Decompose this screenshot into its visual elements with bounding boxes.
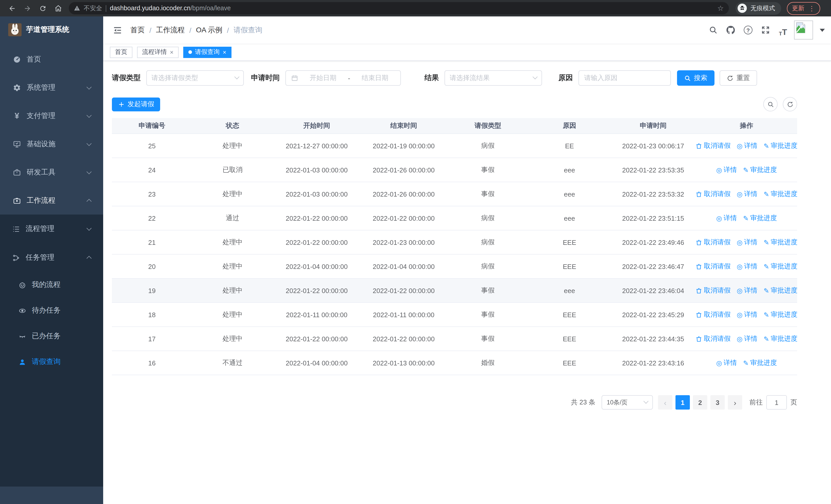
sidebar-item-home[interactable]: 首页 (0, 45, 103, 73)
help-icon[interactable]: ? (742, 24, 754, 36)
sidebar-item-infra[interactable]: 基础设施 (0, 130, 103, 158)
approval-progress-link[interactable]: ✎审批进度 (764, 310, 797, 319)
approval-progress-link[interactable]: ✎审批进度 (764, 262, 797, 271)
refresh-icon (727, 75, 734, 81)
breadcrumb-item[interactable]: OA 示例 (196, 25, 223, 35)
sidebar-item-system[interactable]: 系统管理 (0, 73, 103, 101)
detail-link[interactable]: ◎详情 (716, 213, 737, 223)
sidebar-item-label: 首页 (27, 55, 41, 64)
tags-view-bar: 首页 流程详情× 请假查询× (103, 43, 831, 61)
total-count: 共 23 条 (571, 398, 595, 407)
bookmark-star-icon[interactable]: ☆ (717, 5, 724, 12)
avatar[interactable] (794, 21, 813, 39)
sidebar-item-todo-tasks[interactable]: 待办任务 (0, 298, 103, 323)
tab-process-detail[interactable]: 流程详情× (137, 47, 179, 58)
url-bar[interactable]: 不安全 dashboard.yudao.iocoder.cn/bpm/oa/le… (69, 2, 729, 14)
detail-link[interactable]: ◎详情 (737, 141, 757, 150)
browser-update-button[interactable]: 更新 ⋮ (787, 2, 820, 14)
cell-actions: 取消请假 ◎详情 ✎审批进度 (696, 141, 797, 150)
sidebar-item-devtools[interactable]: 研发工具 (0, 158, 103, 186)
action-label: 审批进度 (771, 141, 797, 150)
cancel-leave-link[interactable]: 取消请假 (696, 189, 730, 199)
approval-progress-link[interactable]: ✎审批进度 (764, 141, 797, 150)
button-label: 重置 (737, 73, 750, 83)
cell-start: 2022-01-11 00:00:00 (273, 311, 360, 319)
sidebar-item-payment[interactable]: ¥ 支付管理 (0, 101, 103, 130)
detail-link[interactable]: ◎详情 (716, 358, 737, 367)
cancel-leave-link[interactable]: 取消请假 (696, 141, 730, 150)
font-size-icon[interactable]: TT (777, 24, 790, 36)
github-icon[interactable] (724, 24, 737, 36)
sidebar-item-process-mgmt[interactable]: 流程管理 (0, 214, 103, 243)
close-icon[interactable]: × (170, 49, 173, 55)
page-button-3[interactable]: 3 (710, 395, 725, 410)
close-icon[interactable]: × (223, 49, 226, 55)
sidebar-item-leave-query[interactable]: 请假查询 (0, 349, 103, 375)
refresh-list-button[interactable] (783, 97, 797, 111)
cancel-leave-link[interactable]: 取消请假 (696, 262, 730, 271)
logo-rabbit-image (8, 23, 22, 36)
detail-link[interactable]: ◎详情 (716, 165, 737, 175)
breadcrumb-item[interactable]: 首页 (131, 25, 145, 35)
approval-progress-link[interactable]: ✎审批进度 (764, 286, 797, 295)
approval-progress-link[interactable]: ✎审批进度 (764, 238, 797, 247)
approval-progress-link[interactable]: ✎审批进度 (743, 165, 777, 175)
apply-time-range-picker[interactable]: 开始日期 - 结束日期 (285, 70, 401, 86)
breadcrumb-item[interactable]: 工作流程 (156, 25, 185, 35)
page-button-1[interactable]: 1 (676, 395, 690, 410)
caret-down-icon[interactable] (820, 28, 825, 32)
reason-input[interactable]: 请输入原因 (578, 70, 671, 86)
approval-progress-link[interactable]: ✎审批进度 (743, 213, 777, 223)
trash-icon (696, 142, 703, 149)
reload-icon[interactable] (36, 2, 49, 15)
home-icon[interactable] (51, 2, 65, 15)
cell-reason: EEE (529, 359, 610, 367)
tab-label: 流程详情 (142, 48, 167, 56)
detail-link[interactable]: ◎详情 (737, 334, 757, 343)
show-search-button[interactable] (763, 97, 778, 111)
approval-progress-link[interactable]: ✎审批进度 (764, 334, 797, 343)
page-size-value: 10条/页 (607, 398, 628, 407)
cancel-leave-link[interactable]: 取消请假 (696, 286, 730, 295)
cancel-leave-link[interactable]: 取消请假 (696, 334, 730, 343)
sidebar-item-workflow[interactable]: 工作流程 (0, 186, 103, 214)
prev-page-button[interactable]: ‹ (658, 395, 672, 410)
action-label: 取消请假 (704, 262, 730, 271)
search-icon[interactable] (707, 24, 720, 36)
result-select[interactable]: 请选择流结果 (445, 70, 542, 86)
approval-progress-link[interactable]: ✎审批进度 (764, 189, 797, 199)
search-button[interactable]: 搜索 (677, 70, 715, 86)
page-button-2[interactable]: 2 (693, 395, 707, 410)
fullscreen-icon[interactable] (759, 24, 772, 36)
url-divider (106, 5, 106, 11)
cell-status: 处理中 (192, 310, 273, 319)
action-label: 审批进度 (771, 238, 797, 247)
forward-icon[interactable] (21, 2, 34, 15)
cell-apply-time: 2022-01-22 23:45:29 (610, 311, 696, 319)
detail-link[interactable]: ◎详情 (737, 310, 757, 319)
next-page-button[interactable]: › (728, 395, 742, 410)
create-leave-button[interactable]: 发起请假 (112, 97, 160, 111)
cancel-leave-link[interactable]: 取消请假 (696, 310, 730, 319)
sidebar-item-done-tasks[interactable]: 已办任务 (0, 323, 103, 349)
leave-type-select[interactable]: 请选择请假类型 (146, 70, 244, 86)
sidebar-item-my-process[interactable]: 我的流程 (0, 272, 103, 298)
approval-progress-link[interactable]: ✎审批进度 (743, 358, 777, 367)
detail-link[interactable]: ◎详情 (737, 238, 757, 247)
back-icon[interactable] (5, 2, 19, 15)
detail-link[interactable]: ◎详情 (737, 286, 757, 295)
detail-link[interactable]: ◎详情 (737, 262, 757, 271)
browser-menu-icon[interactable]: ⋮ (808, 5, 815, 11)
tab-leave-query[interactable]: 请假查询× (183, 47, 231, 58)
table-row: 16 不通过 2022-01-04 00:00:00 2022-01-13 00… (112, 351, 797, 375)
cancel-leave-link[interactable]: 取消请假 (696, 238, 730, 247)
tab-home[interactable]: 首页 (110, 47, 133, 58)
detail-link[interactable]: ◎详情 (737, 189, 757, 199)
reset-button[interactable]: 重置 (720, 70, 757, 86)
sidebar-collapse-icon[interactable] (112, 24, 123, 36)
sidebar-item-task-mgmt[interactable]: 任务管理 (0, 243, 103, 272)
cell-type: 事假 (447, 310, 529, 319)
sidebar-item-label: 流程管理 (26, 224, 54, 234)
goto-page-input[interactable] (766, 395, 787, 410)
page-size-select[interactable]: 10条/页 (602, 395, 653, 410)
